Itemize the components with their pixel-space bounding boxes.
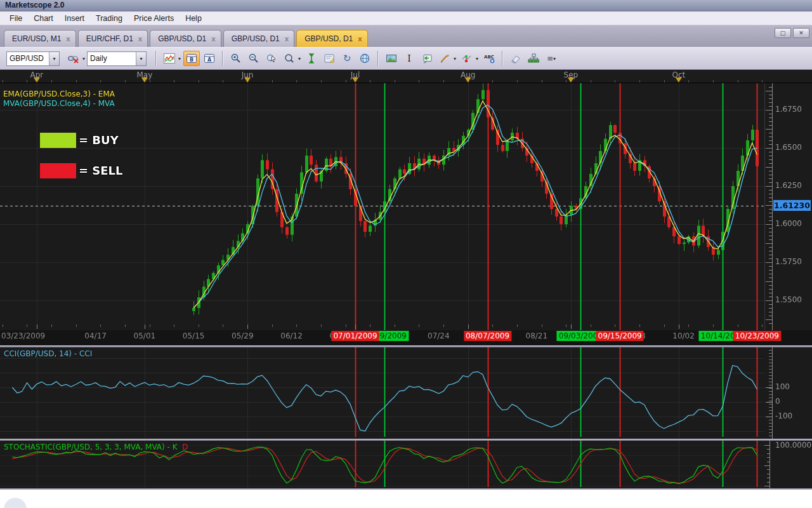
date-axis-label: 07/24: [428, 331, 450, 340]
menu-bar: File Chart Insert Trading Price Alerts H…: [0, 11, 812, 25]
note-button[interactable]: [321, 51, 337, 66]
text-cursor-icon: I: [407, 53, 411, 64]
month-label: Jun: [237, 70, 258, 79]
label-tool-button[interactable]: ABC: [481, 51, 497, 66]
tab-strip: EUR/USD, M1xEUR/CHF, D1xGBP/USD, D1xGBP/…: [0, 25, 812, 47]
tab-close-icon[interactable]: x: [285, 36, 289, 43]
cci-axis-label: 100: [775, 382, 790, 391]
cci-axis-label: 0: [775, 397, 780, 406]
close-button[interactable]: ✕: [793, 28, 809, 38]
price-axis-label: 1.5750: [775, 257, 802, 266]
date-axis-label: 06/12: [280, 331, 303, 340]
text-tool-button[interactable]: I: [401, 51, 417, 66]
price-axis-label: 1.5500: [775, 295, 802, 304]
eraser-icon: [510, 53, 521, 64]
date-axis-label: 05/29: [232, 331, 254, 340]
insert-image-button[interactable]: [383, 51, 400, 66]
price-axis-label: 1.6500: [775, 143, 802, 152]
callout-button[interactable]: [419, 51, 435, 66]
tab-4-active[interactable]: GBP/USD, D1x: [296, 30, 367, 47]
menu-chart[interactable]: Chart: [28, 13, 59, 24]
measure-tool-button[interactable]: [303, 51, 320, 66]
price-axis-label: 1.6000: [775, 219, 802, 228]
date-axis-label: 03/23/2009: [1, 331, 45, 340]
add-indicator-caret-icon[interactable]: ▾: [476, 56, 478, 62]
tab-2[interactable]: GBP/USD, D1x: [150, 30, 221, 47]
chevron-down-icon[interactable]: ▾: [136, 52, 146, 65]
indicator-icon: [461, 53, 473, 64]
stochastic-panel-label: STOCHASTIC(GBP/USD, 5, 3, 3, MVA, MVA) -…: [4, 443, 188, 451]
mva-legend: MVA(GBP/USD.Close,4) - MVA: [3, 99, 115, 108]
zoom-out-button[interactable]: [246, 51, 262, 66]
add-indicator-button[interactable]: [459, 51, 475, 66]
tab-0[interactable]: EUR/USD, M1x: [4, 30, 76, 47]
zoom-select-button[interactable]: [263, 51, 280, 66]
stochastic-axis-top-label: 100.0000: [775, 441, 811, 450]
sell-signal-date-label: 09/15/2009: [596, 331, 644, 341]
toolbar-overflow-button[interactable]: ≡▾: [543, 51, 560, 66]
month-label: Aug: [457, 70, 479, 79]
measure-icon: [306, 53, 317, 64]
marketscope-window: Marketscope 2.0 File Chart Insert Tradin…: [0, 0, 812, 508]
web-button[interactable]: [357, 51, 373, 66]
date-axis-label: 10/02: [672, 331, 695, 340]
sell-signal-date-label: 10/23/2009: [733, 331, 781, 341]
abc-label-icon: ABC: [483, 53, 495, 64]
unlink-caret-icon[interactable]: ▾: [82, 56, 85, 62]
tab-close-icon[interactable]: x: [358, 36, 362, 43]
menu-file[interactable]: File: [4, 13, 28, 24]
tab-close-icon[interactable]: x: [211, 36, 215, 43]
cci-panel-label: CCI(GBP/USD, 14) - CCI: [4, 349, 92, 358]
period-combo[interactable]: Daily ▾: [87, 51, 147, 66]
chevron-down-icon[interactable]: ▾: [49, 52, 59, 65]
restore-button[interactable]: □: [775, 28, 791, 38]
sell-signal-date-label: 08/07/2009: [464, 331, 511, 341]
buy-swatch: [40, 133, 76, 148]
tab-close-icon[interactable]: x: [138, 36, 142, 43]
flip-chart-icon: ↻: [343, 53, 351, 64]
unlink-button[interactable]: [65, 51, 82, 66]
menu-trading[interactable]: Trading: [90, 13, 128, 24]
tab-label: GBP/USD, D1: [158, 34, 206, 43]
month-label: May: [134, 70, 155, 79]
bid-view-button[interactable]: B: [183, 51, 200, 66]
chart-type-caret-icon[interactable]: ▾: [178, 56, 181, 62]
broken-chain-icon: [68, 53, 79, 64]
menu-insert[interactable]: Insert: [59, 13, 90, 24]
note-icon: [324, 53, 335, 64]
flip-chart-button[interactable]: ↻: [339, 51, 355, 66]
zoom-range-button[interactable]: [281, 51, 298, 66]
svg-text:B: B: [190, 57, 193, 63]
tab-label: GBP/USD, D1: [304, 34, 353, 43]
symbol-combo[interactable]: GBP/USD ▾: [6, 51, 60, 66]
zoom-in-button[interactable]: [228, 51, 244, 66]
price-axis-label: 1.6750: [775, 105, 802, 114]
draw-line-caret-icon[interactable]: ▾: [454, 56, 456, 62]
hierarchy-icon: [528, 53, 539, 64]
tab-1[interactable]: EUR/CHF, D1x: [78, 30, 148, 47]
pencil-icon: [439, 53, 450, 64]
menu-help[interactable]: Help: [180, 13, 207, 24]
tab-label: GBP/USD, D1: [232, 34, 280, 43]
cci-axis-label: -100: [775, 411, 792, 420]
buy-label: = BUY: [79, 133, 119, 147]
object-tree-button[interactable]: [525, 51, 542, 66]
chart-type-button[interactable]: [161, 51, 178, 66]
title-bar[interactable]: Marketscope 2.0: [0, 0, 812, 11]
tab-close-icon[interactable]: x: [66, 36, 70, 43]
tab-3[interactable]: GBP/USD, D1x: [223, 30, 294, 47]
stochastic-d-label: D: [182, 443, 188, 451]
menu-price-alerts[interactable]: Price Alerts: [128, 13, 180, 24]
zoom-select-icon: [266, 53, 277, 64]
toolbar: GBP/USD ▾ ▾ Daily ▾ ▾ B A: [0, 47, 812, 70]
zoom-range-caret-icon[interactable]: ▾: [298, 56, 301, 62]
window-controls: □ ✕: [775, 28, 809, 38]
month-label: Sep: [560, 70, 582, 79]
draw-line-button[interactable]: [436, 51, 453, 66]
period-value: Daily: [88, 54, 136, 63]
eraser-button[interactable]: [508, 51, 524, 66]
ask-view-button[interactable]: A: [201, 51, 218, 66]
sell-label: = SELL: [79, 164, 123, 177]
symbol-value: GBP/USD: [7, 54, 49, 63]
tab-label: EUR/CHF, D1: [86, 34, 133, 43]
